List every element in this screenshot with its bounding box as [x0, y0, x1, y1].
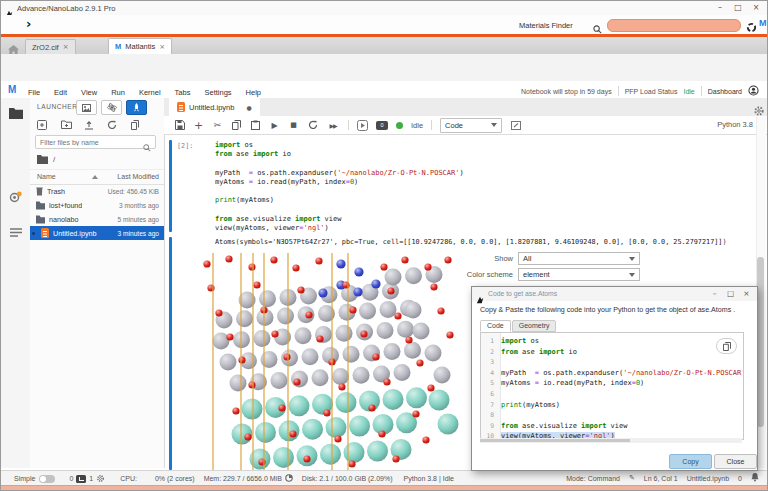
- expand-panel-chevron-icon[interactable]: ›: [26, 16, 31, 31]
- color-scheme-select[interactable]: element: [518, 268, 640, 281]
- tab-zro2-cif[interactable]: ZrO2.cif ×: [25, 39, 76, 54]
- atom-Pt: [277, 308, 294, 325]
- column-name[interactable]: Name: [37, 173, 56, 180]
- atom-Zr: [302, 419, 323, 440]
- user-avatar-icon[interactable]: [748, 85, 759, 97]
- close-button[interactable]: ×: [740, 287, 753, 300]
- code-text: from ase.visualize import view: [215, 215, 341, 223]
- dialog-code-editor[interactable]: 1import os2from ase import io3 4myPath =…: [480, 332, 744, 440]
- upload-files-icon[interactable]: [82, 118, 96, 131]
- file-row-nanolabo[interactable]: nanolabo5 minutes ago: [30, 212, 164, 226]
- new-launcher-icon[interactable]: [35, 118, 49, 131]
- menu-item-run[interactable]: Run: [104, 84, 132, 97]
- separator: [618, 86, 619, 96]
- code-line-6: [215, 187, 755, 196]
- atom-O: [412, 410, 419, 417]
- dashboard-link[interactable]: Dashboard: [708, 88, 742, 95]
- line-number: 3: [481, 357, 494, 367]
- paste-cells-icon[interactable]: [250, 120, 261, 131]
- simple-mode-toggle[interactable]: [39, 475, 55, 483]
- show-select[interactable]: All: [518, 252, 640, 265]
- filter-files-input[interactable]: [35, 135, 156, 149]
- notification-count[interactable]: 0: [738, 475, 742, 482]
- matlantis-logo-icon: M: [8, 84, 16, 95]
- matlantis-logo-icon[interactable]: M: [759, 18, 767, 28]
- terminals-count[interactable]: 0: [69, 475, 73, 482]
- stop-kernel-icon[interactable]: ■: [288, 120, 299, 131]
- panel-view-button[interactable]: [76, 100, 97, 115]
- browser-navbar: ▶ ← → https://nanolabo-test.matlantis.co…: [1, 54, 767, 82]
- cut-cells-icon[interactable]: ✂: [212, 120, 223, 131]
- copy-code-icon[interactable]: [716, 338, 737, 354]
- save-icon[interactable]: [174, 120, 185, 131]
- output-collapser[interactable]: [169, 237, 172, 470]
- kernel-name-label[interactable]: Python 3.8: [717, 120, 753, 129]
- column-last-modified[interactable]: Last Modified: [117, 173, 159, 180]
- bell-icon[interactable]: [751, 473, 759, 483]
- kernel-gear-icon: [96, 474, 105, 484]
- tab-close-icon[interactable]: ×: [159, 43, 165, 51]
- refresh-files-icon[interactable]: [105, 118, 119, 131]
- add-cell-icon[interactable]: +: [193, 120, 204, 131]
- scrollbar-thumb[interactable]: [480, 439, 630, 442]
- file-copy-icon[interactable]: [128, 118, 142, 131]
- tab-matlantis[interactable]: M Matlantis ×: [108, 38, 172, 54]
- cell-type-dropdown[interactable]: Code: [440, 118, 502, 133]
- pfp-run-icon[interactable]: [357, 120, 368, 131]
- menu-item-view[interactable]: View: [74, 84, 104, 97]
- restart-run-all-icon[interactable]: ▶▶: [326, 120, 340, 131]
- minimize-button[interactable]: –: [713, 1, 727, 14]
- new-folder-icon[interactable]: [59, 118, 73, 131]
- dialog-titlebar[interactable]: Code to get ase.Atoms – □ ×: [472, 287, 757, 301]
- tab-close-icon[interactable]: ×: [63, 43, 69, 51]
- file-browser-icon[interactable]: [9, 105, 23, 123]
- running-sessions-icon[interactable]: [9, 190, 22, 208]
- atom-O: [323, 409, 330, 416]
- menu-item-kernel[interactable]: Kernel: [132, 84, 168, 97]
- close-dialog-button[interactable]: Close: [714, 454, 757, 469]
- kernels-count[interactable]: 1: [89, 475, 93, 482]
- dialog-tab-geometry[interactable]: Geometry: [512, 320, 557, 332]
- restart-kernel-icon[interactable]: [307, 120, 318, 131]
- menu-items: FileEditViewRunKernelTabsSettingsHelp: [21, 81, 268, 99]
- file-row-trash[interactable]: TrashUsed: 456.45 KiB: [30, 184, 164, 198]
- cursor-position[interactable]: Ln 6, Col 1: [644, 475, 678, 482]
- atom-view-button[interactable]: [101, 100, 122, 115]
- atom-O: [238, 356, 245, 363]
- pfp-load-status-label[interactable]: PFP Load Status: [625, 88, 678, 95]
- file-row-untitled-ipynb[interactable]: Untitled.ipynb3 minutes ago: [30, 226, 164, 240]
- panel-icon[interactable]: [510, 120, 521, 131]
- code-cell-editor[interactable]: import osfrom ase import io myPath = os.…: [215, 141, 755, 233]
- simple-mode-label: Simple: [14, 475, 35, 482]
- atom-Zr: [336, 392, 357, 413]
- copy-cells-icon[interactable]: [231, 120, 242, 131]
- input-collapser[interactable]: [169, 140, 172, 232]
- maximize-button[interactable]: □: [731, 1, 745, 14]
- kernel-status[interactable]: Python 3.8 | Idle: [404, 475, 454, 482]
- menu-item-tabs[interactable]: Tabs: [168, 84, 198, 97]
- menu-item-file[interactable]: File: [21, 84, 47, 97]
- horizontal-scrollbar[interactable]: [480, 438, 742, 443]
- code-text: from ase.visualize import view: [501, 422, 627, 430]
- rocket-launcher-button[interactable]: [126, 100, 147, 115]
- scrollbar-thumb[interactable]: [757, 257, 764, 427]
- copy-button[interactable]: Copy: [669, 454, 712, 469]
- maximize-button[interactable]: □: [724, 287, 737, 300]
- close-button[interactable]: ×: [749, 1, 763, 14]
- menu-item-help[interactable]: Help: [239, 84, 268, 97]
- run-cell-icon[interactable]: ▶: [269, 120, 280, 131]
- breadcrumb[interactable]: /: [37, 155, 55, 164]
- menu-item-settings[interactable]: Settings: [197, 84, 238, 97]
- dialog-tab-code[interactable]: Code: [480, 320, 511, 332]
- menu-item-edit[interactable]: Edit: [47, 84, 74, 97]
- unsaved-dot-icon[interactable]: ●: [246, 104, 251, 111]
- mode-indicator[interactable]: Mode: Command: [566, 475, 620, 482]
- materials-finder-input[interactable]: [607, 19, 741, 32]
- table-of-contents-icon[interactable]: [10, 224, 22, 242]
- minimize-button[interactable]: –: [708, 287, 721, 300]
- file-row-lost-found[interactable]: lost+found3 months ago: [30, 198, 164, 212]
- pencil-icon[interactable]: ✎: [629, 474, 635, 482]
- file-list-header[interactable]: Name Last Modified: [30, 169, 164, 185]
- notebook-tab[interactable]: Untitled.ipynb ●: [169, 98, 260, 116]
- code-line-9: from ase.visualize import view: [215, 215, 755, 224]
